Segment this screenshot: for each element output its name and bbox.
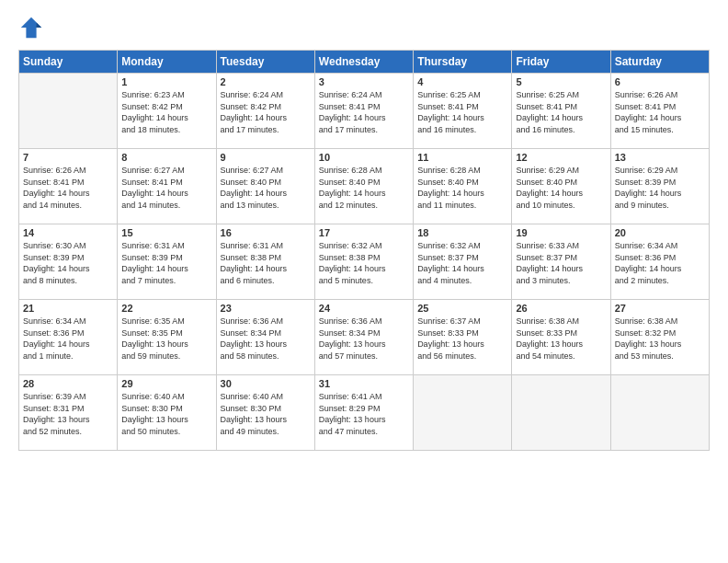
calendar-cell: 9Sunrise: 6:27 AM Sunset: 8:40 PM Daylig… xyxy=(216,149,314,224)
day-info: Sunrise: 6:29 AM Sunset: 8:39 PM Dayligh… xyxy=(615,165,705,211)
calendar-cell: 31Sunrise: 6:41 AM Sunset: 8:29 PM Dayli… xyxy=(314,375,413,451)
day-number: 6 xyxy=(615,76,705,87)
day-number: 13 xyxy=(615,152,705,163)
day-number: 8 xyxy=(121,152,211,163)
day-info: Sunrise: 6:31 AM Sunset: 8:39 PM Dayligh… xyxy=(121,240,211,286)
day-number: 29 xyxy=(121,378,211,389)
logo-icon xyxy=(18,15,44,40)
calendar-cell xyxy=(610,375,709,451)
day-number: 3 xyxy=(319,76,409,87)
day-info: Sunrise: 6:36 AM Sunset: 8:34 PM Dayligh… xyxy=(319,316,409,362)
calendar-cell: 18Sunrise: 6:32 AM Sunset: 8:37 PM Dayli… xyxy=(414,224,512,300)
day-info: Sunrise: 6:25 AM Sunset: 8:41 PM Dayligh… xyxy=(516,89,606,135)
calendar-cell: 15Sunrise: 6:31 AM Sunset: 8:39 PM Dayli… xyxy=(118,224,216,300)
calendar-header-cell: Friday xyxy=(512,51,610,74)
day-info: Sunrise: 6:34 AM Sunset: 8:36 PM Dayligh… xyxy=(23,316,113,362)
day-number: 7 xyxy=(23,152,113,163)
calendar-week-row: 7Sunrise: 6:26 AM Sunset: 8:41 PM Daylig… xyxy=(19,149,710,224)
day-info: Sunrise: 6:26 AM Sunset: 8:41 PM Dayligh… xyxy=(23,165,113,211)
calendar-cell: 3Sunrise: 6:24 AM Sunset: 8:41 PM Daylig… xyxy=(314,74,413,149)
day-number: 19 xyxy=(516,227,606,238)
day-info: Sunrise: 6:32 AM Sunset: 8:37 PM Dayligh… xyxy=(417,240,507,286)
calendar-week-row: 21Sunrise: 6:34 AM Sunset: 8:36 PM Dayli… xyxy=(19,300,710,375)
calendar-cell: 26Sunrise: 6:38 AM Sunset: 8:33 PM Dayli… xyxy=(512,300,610,375)
day-info: Sunrise: 6:23 AM Sunset: 8:42 PM Dayligh… xyxy=(121,89,211,135)
calendar-cell: 24Sunrise: 6:36 AM Sunset: 8:34 PM Dayli… xyxy=(314,300,413,375)
day-info: Sunrise: 6:28 AM Sunset: 8:40 PM Dayligh… xyxy=(417,165,507,211)
calendar-cell: 13Sunrise: 6:29 AM Sunset: 8:39 PM Dayli… xyxy=(610,149,709,224)
day-info: Sunrise: 6:29 AM Sunset: 8:40 PM Dayligh… xyxy=(516,165,606,211)
calendar-table: SundayMondayTuesdayWednesdayThursdayFrid… xyxy=(18,50,710,451)
day-number: 14 xyxy=(23,227,113,238)
calendar-cell: 14Sunrise: 6:30 AM Sunset: 8:39 PM Dayli… xyxy=(19,224,118,300)
calendar-cell: 21Sunrise: 6:34 AM Sunset: 8:36 PM Dayli… xyxy=(19,300,118,375)
calendar-cell: 8Sunrise: 6:27 AM Sunset: 8:41 PM Daylig… xyxy=(118,149,216,224)
calendar-cell: 19Sunrise: 6:33 AM Sunset: 8:37 PM Dayli… xyxy=(512,224,610,300)
calendar-week-row: 28Sunrise: 6:39 AM Sunset: 8:31 PM Dayli… xyxy=(19,375,710,451)
day-number: 5 xyxy=(516,76,606,87)
calendar-cell xyxy=(414,375,512,451)
calendar-cell: 22Sunrise: 6:35 AM Sunset: 8:35 PM Dayli… xyxy=(118,300,216,375)
day-number: 2 xyxy=(221,76,311,87)
calendar-cell: 23Sunrise: 6:36 AM Sunset: 8:34 PM Dayli… xyxy=(216,300,314,375)
calendar-cell: 12Sunrise: 6:29 AM Sunset: 8:40 PM Dayli… xyxy=(512,149,610,224)
day-number: 12 xyxy=(516,152,606,163)
calendar-cell: 10Sunrise: 6:28 AM Sunset: 8:40 PM Dayli… xyxy=(314,149,413,224)
calendar-cell: 5Sunrise: 6:25 AM Sunset: 8:41 PM Daylig… xyxy=(512,74,610,149)
calendar-cell xyxy=(19,74,118,149)
page: SundayMondayTuesdayWednesdayThursdayFrid… xyxy=(0,0,728,563)
day-number: 26 xyxy=(516,303,606,314)
calendar-header-cell: Tuesday xyxy=(216,51,314,74)
day-info: Sunrise: 6:24 AM Sunset: 8:42 PM Dayligh… xyxy=(221,89,311,135)
day-number: 20 xyxy=(615,227,705,238)
calendar-cell: 20Sunrise: 6:34 AM Sunset: 8:36 PM Dayli… xyxy=(610,224,709,300)
calendar-header-row: SundayMondayTuesdayWednesdayThursdayFrid… xyxy=(19,51,710,74)
day-info: Sunrise: 6:41 AM Sunset: 8:29 PM Dayligh… xyxy=(319,391,409,437)
logo xyxy=(18,15,48,40)
day-info: Sunrise: 6:35 AM Sunset: 8:35 PM Dayligh… xyxy=(121,316,211,362)
calendar-cell: 7Sunrise: 6:26 AM Sunset: 8:41 PM Daylig… xyxy=(19,149,118,224)
day-number: 24 xyxy=(319,303,409,314)
calendar-cell: 11Sunrise: 6:28 AM Sunset: 8:40 PM Dayli… xyxy=(414,149,512,224)
calendar-cell xyxy=(512,375,610,451)
day-number: 28 xyxy=(23,378,113,389)
day-info: Sunrise: 6:24 AM Sunset: 8:41 PM Dayligh… xyxy=(319,89,409,135)
day-info: Sunrise: 6:26 AM Sunset: 8:41 PM Dayligh… xyxy=(615,89,705,135)
day-number: 15 xyxy=(121,227,211,238)
day-number: 27 xyxy=(615,303,705,314)
day-info: Sunrise: 6:32 AM Sunset: 8:38 PM Dayligh… xyxy=(319,240,409,286)
day-number: 25 xyxy=(417,303,507,314)
day-number: 17 xyxy=(319,227,409,238)
calendar-cell: 2Sunrise: 6:24 AM Sunset: 8:42 PM Daylig… xyxy=(216,74,314,149)
day-info: Sunrise: 6:38 AM Sunset: 8:32 PM Dayligh… xyxy=(615,316,705,362)
calendar-header-cell: Monday xyxy=(118,51,216,74)
day-number: 31 xyxy=(319,378,409,389)
day-info: Sunrise: 6:27 AM Sunset: 8:41 PM Dayligh… xyxy=(121,165,211,211)
day-number: 30 xyxy=(221,378,311,389)
calendar-cell: 29Sunrise: 6:40 AM Sunset: 8:30 PM Dayli… xyxy=(118,375,216,451)
calendar-week-row: 14Sunrise: 6:30 AM Sunset: 8:39 PM Dayli… xyxy=(19,224,710,300)
day-number: 10 xyxy=(319,152,409,163)
day-info: Sunrise: 6:39 AM Sunset: 8:31 PM Dayligh… xyxy=(23,391,113,437)
day-info: Sunrise: 6:25 AM Sunset: 8:41 PM Dayligh… xyxy=(417,89,507,135)
day-info: Sunrise: 6:36 AM Sunset: 8:34 PM Dayligh… xyxy=(221,316,311,362)
day-info: Sunrise: 6:38 AM Sunset: 8:33 PM Dayligh… xyxy=(516,316,606,362)
day-number: 4 xyxy=(417,76,507,87)
day-number: 23 xyxy=(221,303,311,314)
day-info: Sunrise: 6:31 AM Sunset: 8:38 PM Dayligh… xyxy=(221,240,311,286)
day-info: Sunrise: 6:40 AM Sunset: 8:30 PM Dayligh… xyxy=(121,391,211,437)
day-number: 1 xyxy=(121,76,211,87)
calendar-header-cell: Thursday xyxy=(414,51,512,74)
day-info: Sunrise: 6:37 AM Sunset: 8:33 PM Dayligh… xyxy=(417,316,507,362)
calendar-header-cell: Wednesday xyxy=(314,51,413,74)
calendar-cell: 1Sunrise: 6:23 AM Sunset: 8:42 PM Daylig… xyxy=(118,74,216,149)
day-number: 21 xyxy=(23,303,113,314)
calendar-cell: 4Sunrise: 6:25 AM Sunset: 8:41 PM Daylig… xyxy=(414,74,512,149)
day-number: 11 xyxy=(417,152,507,163)
calendar-cell: 27Sunrise: 6:38 AM Sunset: 8:32 PM Dayli… xyxy=(610,300,709,375)
header xyxy=(18,15,710,40)
day-number: 9 xyxy=(221,152,311,163)
day-info: Sunrise: 6:30 AM Sunset: 8:39 PM Dayligh… xyxy=(23,240,113,286)
day-info: Sunrise: 6:28 AM Sunset: 8:40 PM Dayligh… xyxy=(319,165,409,211)
calendar-cell: 6Sunrise: 6:26 AM Sunset: 8:41 PM Daylig… xyxy=(610,74,709,149)
